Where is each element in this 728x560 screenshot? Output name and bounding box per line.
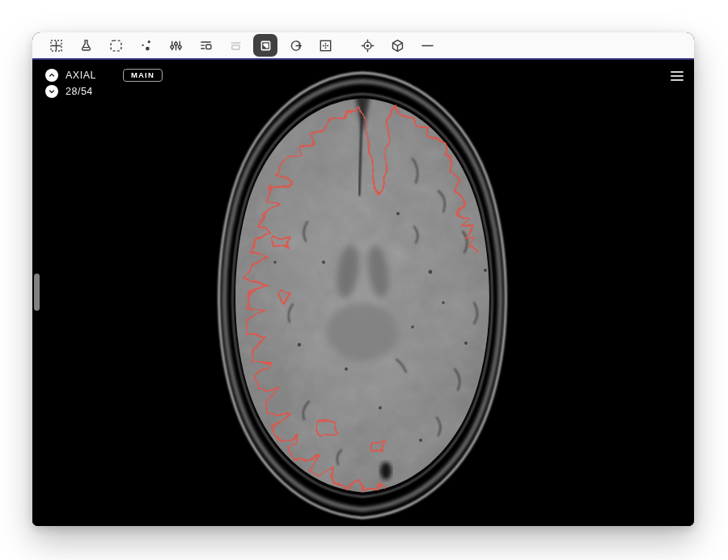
chevron-up-icon (48, 71, 56, 79)
crosshair-locate-icon (360, 38, 375, 53)
slice-counter: 28/54 (66, 86, 93, 97)
cube-3d-button[interactable] (385, 34, 409, 57)
overlay-panel-alt-button[interactable] (223, 34, 248, 57)
slice-scrollbar-thumb[interactable] (34, 274, 40, 311)
rotate-button[interactable] (283, 34, 307, 57)
lab-flask-button[interactable] (74, 34, 98, 57)
cube-3d-icon (390, 38, 405, 53)
overlay-panel-button[interactable] (193, 34, 218, 57)
viewport-menu-button[interactable] (668, 69, 686, 83)
line-tool-button[interactable] (415, 34, 439, 57)
viewer-window: AXIAL MAIN 28/54 (32, 32, 694, 526)
lab-flask-icon (78, 38, 94, 53)
frame-dots-icon (318, 38, 333, 53)
overlay-panel-alt-icon (228, 38, 243, 53)
image-viewport: AXIAL MAIN 28/54 (32, 60, 694, 526)
hamburger-icon (671, 71, 684, 73)
toolbar (32, 32, 694, 60)
slice-up-button[interactable] (45, 69, 58, 82)
overlay-panel-icon (198, 38, 214, 53)
sliders-button[interactable] (163, 34, 188, 57)
layout-grid-button[interactable] (44, 34, 68, 57)
crosshair-locate-button[interactable] (355, 34, 379, 57)
frame-dots-button[interactable] (313, 34, 337, 57)
rotate-icon (288, 38, 303, 53)
layout-grid-icon (49, 38, 64, 53)
viewport-hud: AXIAL MAIN 28/54 (45, 69, 163, 101)
mri-axial-slice[interactable] (32, 60, 692, 526)
points-button[interactable] (133, 34, 158, 57)
series-badge: MAIN (123, 69, 163, 82)
contour-tool-button[interactable] (253, 34, 277, 57)
sliders-icon (168, 38, 184, 53)
slice-down-button[interactable] (45, 85, 58, 98)
marquee-select-icon (108, 38, 124, 53)
chevron-down-icon (48, 87, 56, 95)
line-tool-icon (420, 38, 435, 53)
contour-tool-icon (258, 38, 273, 53)
orientation-label: AXIAL (66, 70, 96, 81)
orientation-row: AXIAL MAIN (45, 69, 163, 82)
points-icon (138, 38, 154, 53)
slice-row: 28/54 (45, 85, 163, 98)
marquee-select-button[interactable] (104, 34, 128, 57)
